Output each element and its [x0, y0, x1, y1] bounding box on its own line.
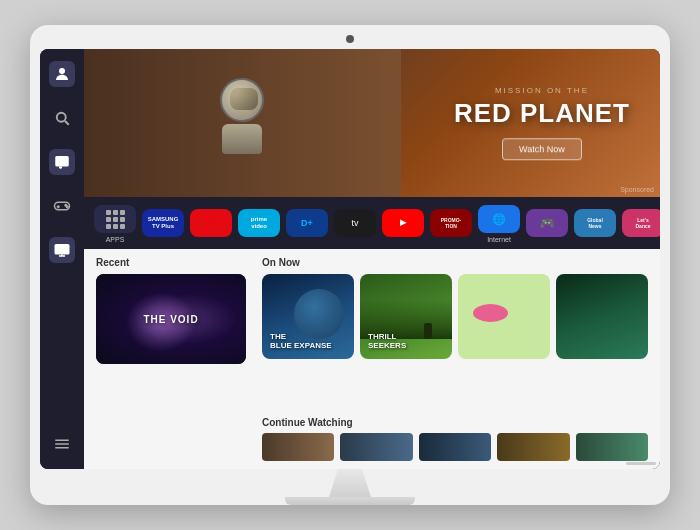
svg-point-0	[59, 68, 65, 74]
netflix-icon: N	[190, 209, 232, 237]
app-item-lets-dance[interactable]: Let'sDance	[622, 209, 660, 240]
svg-rect-9	[55, 443, 69, 445]
gamepad-app-icon: 🎮	[526, 209, 568, 237]
hero-banner: MISSION ON THE RED PLANET Watch Now Spon…	[84, 49, 660, 197]
samsung-tv-plus-icon: SAMSUNGTV Plus	[142, 209, 184, 237]
monitor: MISSION ON THE RED PLANET Watch Now Spon…	[30, 25, 670, 505]
app-item-promo[interactable]: PROMO-TION	[430, 209, 472, 240]
app-item-disney-plus[interactable]: D+	[286, 209, 328, 240]
onnow-cards-row: THEBLUE EXPANSE THRILLSEEKERS	[262, 274, 648, 405]
screen: MISSION ON THE RED PLANET Watch Now Spon…	[40, 49, 660, 469]
app-item-internet[interactable]: 🌐 Internet	[478, 205, 520, 243]
continue-watching-cards	[262, 433, 648, 461]
svg-rect-8	[55, 440, 69, 442]
svg-rect-7	[55, 244, 70, 255]
continue-card-1[interactable]	[262, 433, 334, 461]
lets-dance-icon: Let'sDance	[622, 209, 660, 237]
pink-creature	[473, 304, 508, 322]
app-item-netflix[interactable]: N	[190, 209, 232, 240]
content-section: Recent THE VOID On Now	[84, 249, 660, 469]
app-item-youtube[interactable]: ▶	[382, 209, 424, 240]
continue-card-3[interactable]	[419, 433, 491, 461]
internet-label: Internet	[487, 236, 511, 243]
sidebar	[40, 49, 84, 469]
internet-icon: 🌐	[478, 205, 520, 233]
hiker-figure	[424, 323, 432, 339]
recent-section-title: Recent	[96, 257, 246, 268]
continue-watching-section: Continue Watching	[262, 417, 648, 461]
hero-text-area: MISSION ON THE RED PLANET Watch Now	[454, 86, 630, 160]
blue-expanse-title: THEBLUE EXPANSE	[270, 332, 332, 351]
recent-card-title: THE VOID	[143, 314, 198, 325]
sidebar-icon-tv[interactable]	[49, 237, 75, 263]
recent-section: Recent THE VOID	[96, 257, 246, 461]
disney-plus-icon: D+	[286, 209, 328, 237]
app-item-gamepad[interactable]: 🎮	[526, 209, 568, 240]
hero-astronaut-area	[84, 49, 401, 197]
apps-icon	[94, 205, 136, 233]
apple-tv-icon: tv	[334, 209, 376, 237]
svg-line-2	[65, 121, 69, 125]
svg-point-6	[67, 206, 69, 208]
promo-icon: PROMO-TION	[430, 209, 472, 237]
recent-card-the-void[interactable]: THE VOID	[96, 274, 246, 364]
sidebar-icon-search[interactable]	[49, 105, 75, 131]
sidebar-icon-menu[interactable]	[49, 431, 75, 457]
thrill-seekers-title: THRILLSEEKERS	[368, 332, 406, 351]
watch-now-button[interactable]: Watch Now	[502, 138, 582, 160]
camera-dot	[346, 35, 354, 43]
stand-neck	[320, 469, 380, 497]
astronaut-body	[222, 124, 262, 154]
app-item-samsung-tv-plus[interactable]: SAMSUNGTV Plus	[142, 209, 184, 240]
hero-title: RED PLANET	[454, 99, 630, 128]
sidebar-icon-notification[interactable]	[49, 149, 75, 175]
onnow-card-colorful[interactable]	[458, 274, 550, 359]
svg-rect-3	[55, 156, 69, 167]
astronaut-helmet	[220, 78, 264, 122]
apps-label: APPS	[106, 236, 125, 243]
section-row: Recent THE VOID On Now	[96, 257, 648, 461]
monitor-stand	[285, 469, 415, 505]
onnow-card-blue-expanse[interactable]: THEBLUE EXPANSE	[262, 274, 354, 359]
onnow-card-ocean[interactable]	[556, 274, 648, 359]
app-item-global-news[interactable]: GlobalNews	[574, 209, 616, 240]
onnow-section-title: On Now	[262, 257, 648, 268]
sidebar-icon-gamepad[interactable]	[49, 193, 75, 219]
app-item-apps[interactable]: APPS	[94, 205, 136, 243]
continue-card-5[interactable]	[576, 433, 648, 461]
onnow-section: On Now THEBLUE EXPANSE	[262, 257, 648, 461]
colorful-art	[458, 274, 550, 359]
continue-watching-title: Continue Watching	[262, 417, 648, 428]
continue-card-2[interactable]	[340, 433, 412, 461]
onnow-card-thrill-seekers[interactable]: THRILLSEEKERS	[360, 274, 452, 359]
svg-point-1	[57, 113, 66, 122]
stand-base	[285, 497, 415, 505]
main-content: MISSION ON THE RED PLANET Watch Now Spon…	[84, 49, 660, 469]
hero-subtitle: MISSION ON THE	[454, 86, 630, 95]
sidebar-icon-profile[interactable]	[49, 61, 75, 87]
ocean-art	[556, 274, 648, 359]
youtube-icon: ▶	[382, 209, 424, 237]
global-news-icon: GlobalNews	[574, 209, 616, 237]
svg-rect-10	[55, 447, 69, 449]
apps-row: APPS SAMSUNGTV Plus N primevideo	[84, 197, 660, 249]
hero-sponsored-label: Sponsored	[620, 186, 654, 193]
app-item-apple-tv[interactable]: tv	[334, 209, 376, 240]
prime-video-icon: primevideo	[238, 209, 280, 237]
continue-card-4[interactable]	[497, 433, 569, 461]
astronaut-figure	[207, 78, 277, 168]
scrollbar-hint	[626, 462, 656, 465]
app-item-prime-video[interactable]: primevideo	[238, 209, 280, 240]
